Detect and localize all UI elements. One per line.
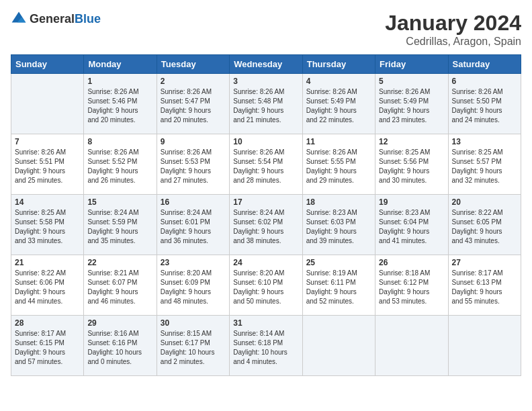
cell-content: Sunrise: 8:23 AM Sunset: 6:03 PM Dayligh…	[306, 208, 371, 246]
day-number: 3	[233, 77, 298, 86]
day-number: 13	[452, 137, 517, 146]
calendar-cell: 12Sunrise: 8:25 AM Sunset: 5:56 PM Dayli…	[375, 134, 448, 195]
calendar-cell: 24Sunrise: 8:20 AM Sunset: 6:10 PM Dayli…	[230, 255, 302, 316]
cell-content: Sunrise: 8:20 AM Sunset: 6:09 PM Dayligh…	[161, 269, 226, 306]
cell-content: Sunrise: 8:24 AM Sunset: 6:01 PM Dayligh…	[161, 208, 226, 246]
calendar-cell: 20Sunrise: 8:22 AM Sunset: 6:05 PM Dayli…	[448, 195, 521, 255]
day-number: 10	[233, 137, 298, 146]
cell-content: Sunrise: 8:25 AM Sunset: 5:57 PM Dayligh…	[452, 148, 517, 185]
calendar-cell: 22Sunrise: 8:21 AM Sunset: 6:07 PM Dayli…	[84, 255, 157, 316]
cell-content: Sunrise: 8:23 AM Sunset: 6:04 PM Dayligh…	[379, 208, 444, 246]
calendar-cell: 18Sunrise: 8:23 AM Sunset: 6:03 PM Dayli…	[302, 195, 375, 255]
calendar-cell	[302, 316, 375, 376]
calendar-cell: 17Sunrise: 8:24 AM Sunset: 6:02 PM Dayli…	[230, 195, 302, 255]
day-header-wednesday: Wednesday	[230, 55, 302, 74]
day-number: 12	[379, 137, 444, 146]
calendar-cell: 6Sunrise: 8:26 AM Sunset: 5:50 PM Daylig…	[448, 74, 521, 134]
day-number: 31	[233, 318, 298, 328]
day-number: 22	[87, 258, 152, 267]
calendar-week-1: 1Sunrise: 8:26 AM Sunset: 5:46 PM Daylig…	[11, 74, 521, 134]
cell-content: Sunrise: 8:26 AM Sunset: 5:46 PM Dayligh…	[87, 87, 152, 125]
calendar-cell: 9Sunrise: 8:26 AM Sunset: 5:53 PM Daylig…	[157, 134, 229, 195]
cell-content: Sunrise: 8:18 AM Sunset: 6:12 PM Dayligh…	[379, 269, 444, 306]
calendar-cell	[11, 74, 84, 134]
day-number: 11	[306, 137, 371, 146]
day-number: 5	[379, 77, 444, 86]
day-header-saturday: Saturday	[448, 55, 521, 74]
cell-content: Sunrise: 8:22 AM Sunset: 6:05 PM Dayligh…	[452, 208, 517, 246]
calendar-cell: 14Sunrise: 8:25 AM Sunset: 5:58 PM Dayli…	[11, 195, 84, 255]
day-number: 30	[161, 318, 226, 328]
calendar-cell: 13Sunrise: 8:25 AM Sunset: 5:57 PM Dayli…	[448, 134, 521, 195]
day-number: 17	[233, 197, 298, 207]
calendar-cell: 16Sunrise: 8:24 AM Sunset: 6:01 PM Dayli…	[157, 195, 229, 255]
logo-text: GeneralBlue	[30, 12, 101, 26]
calendar-cell: 5Sunrise: 8:26 AM Sunset: 5:49 PM Daylig…	[375, 74, 448, 134]
calendar-header-row: SundayMondayTuesdayWednesdayThursdayFrid…	[11, 55, 521, 74]
calendar-cell: 23Sunrise: 8:20 AM Sunset: 6:09 PM Dayli…	[157, 255, 229, 316]
calendar-cell: 26Sunrise: 8:18 AM Sunset: 6:12 PM Dayli…	[375, 255, 448, 316]
cell-content: Sunrise: 8:26 AM Sunset: 5:53 PM Dayligh…	[161, 148, 226, 185]
calendar-body: 1Sunrise: 8:26 AM Sunset: 5:46 PM Daylig…	[11, 74, 521, 376]
day-number: 8	[87, 137, 152, 146]
cell-content: Sunrise: 8:14 AM Sunset: 6:18 PM Dayligh…	[233, 329, 298, 367]
calendar-cell: 2Sunrise: 8:26 AM Sunset: 5:47 PM Daylig…	[157, 74, 229, 134]
day-number: 23	[161, 258, 226, 267]
calendar-cell: 30Sunrise: 8:15 AM Sunset: 6:17 PM Dayli…	[157, 316, 229, 376]
day-number: 9	[161, 137, 226, 146]
cell-content: Sunrise: 8:26 AM Sunset: 5:52 PM Dayligh…	[87, 148, 152, 185]
calendar-cell: 15Sunrise: 8:24 AM Sunset: 5:59 PM Dayli…	[84, 195, 157, 255]
cell-content: Sunrise: 8:26 AM Sunset: 5:49 PM Dayligh…	[306, 87, 371, 125]
cell-content: Sunrise: 8:20 AM Sunset: 6:10 PM Dayligh…	[233, 269, 298, 306]
day-number: 4	[306, 77, 371, 86]
calendar-table: SundayMondayTuesdayWednesdayThursdayFrid…	[11, 54, 521, 376]
cell-content: Sunrise: 8:26 AM Sunset: 5:50 PM Dayligh…	[452, 87, 517, 125]
cell-content: Sunrise: 8:21 AM Sunset: 6:07 PM Dayligh…	[87, 269, 152, 306]
day-number: 27	[452, 258, 517, 267]
calendar-cell: 28Sunrise: 8:17 AM Sunset: 6:15 PM Dayli…	[11, 316, 84, 376]
calendar-cell: 25Sunrise: 8:19 AM Sunset: 6:11 PM Dayli…	[302, 255, 375, 316]
day-number: 26	[379, 258, 444, 267]
logo-general: General	[30, 12, 75, 26]
calendar-cell: 11Sunrise: 8:26 AM Sunset: 5:55 PM Dayli…	[302, 134, 375, 195]
day-number: 24	[233, 258, 298, 267]
calendar-cell: 19Sunrise: 8:23 AM Sunset: 6:04 PM Dayli…	[375, 195, 448, 255]
day-number: 25	[306, 258, 371, 267]
cell-content: Sunrise: 8:17 AM Sunset: 6:15 PM Dayligh…	[15, 329, 80, 367]
calendar-cell: 31Sunrise: 8:14 AM Sunset: 6:18 PM Dayli…	[230, 316, 302, 376]
day-number: 28	[15, 318, 80, 328]
day-header-friday: Friday	[375, 55, 448, 74]
cell-content: Sunrise: 8:26 AM Sunset: 5:47 PM Dayligh…	[161, 87, 226, 125]
calendar-cell: 1Sunrise: 8:26 AM Sunset: 5:46 PM Daylig…	[84, 74, 157, 134]
day-header-monday: Monday	[84, 55, 157, 74]
cell-content: Sunrise: 8:26 AM Sunset: 5:54 PM Dayligh…	[233, 148, 298, 185]
calendar-cell: 7Sunrise: 8:26 AM Sunset: 5:51 PM Daylig…	[11, 134, 84, 195]
day-number: 29	[87, 318, 152, 328]
day-number: 2	[161, 77, 226, 86]
calendar-cell: 3Sunrise: 8:26 AM Sunset: 5:48 PM Daylig…	[230, 74, 302, 134]
cell-content: Sunrise: 8:25 AM Sunset: 5:58 PM Dayligh…	[15, 208, 80, 246]
calendar-week-3: 14Sunrise: 8:25 AM Sunset: 5:58 PM Dayli…	[11, 195, 521, 255]
day-number: 21	[15, 258, 80, 267]
calendar-cell: 21Sunrise: 8:22 AM Sunset: 6:06 PM Dayli…	[11, 255, 84, 316]
cell-content: Sunrise: 8:26 AM Sunset: 5:49 PM Dayligh…	[379, 87, 444, 125]
cell-content: Sunrise: 8:17 AM Sunset: 6:13 PM Dayligh…	[452, 269, 517, 306]
day-number: 18	[306, 197, 371, 207]
calendar-cell	[375, 316, 448, 376]
header: GeneralBlue January 2024 Cedrillas, Arag…	[11, 11, 521, 48]
calendar-cell: 10Sunrise: 8:26 AM Sunset: 5:54 PM Dayli…	[230, 134, 302, 195]
month-title: January 2024	[385, 11, 521, 36]
cell-content: Sunrise: 8:25 AM Sunset: 5:56 PM Dayligh…	[379, 148, 444, 185]
cell-content: Sunrise: 8:26 AM Sunset: 5:51 PM Dayligh…	[15, 148, 80, 185]
calendar-cell: 29Sunrise: 8:16 AM Sunset: 6:16 PM Dayli…	[84, 316, 157, 376]
day-number: 20	[452, 197, 517, 207]
cell-content: Sunrise: 8:19 AM Sunset: 6:11 PM Dayligh…	[306, 269, 371, 306]
day-number: 19	[379, 197, 444, 207]
title-area: January 2024 Cedrillas, Aragon, Spain	[385, 11, 521, 48]
cell-content: Sunrise: 8:16 AM Sunset: 6:16 PM Dayligh…	[87, 329, 152, 367]
cell-content: Sunrise: 8:15 AM Sunset: 6:17 PM Dayligh…	[161, 329, 226, 367]
day-number: 1	[87, 77, 152, 86]
calendar-cell: 8Sunrise: 8:26 AM Sunset: 5:52 PM Daylig…	[84, 134, 157, 195]
day-number: 6	[452, 77, 517, 86]
location-title: Cedrillas, Aragon, Spain	[385, 36, 521, 48]
